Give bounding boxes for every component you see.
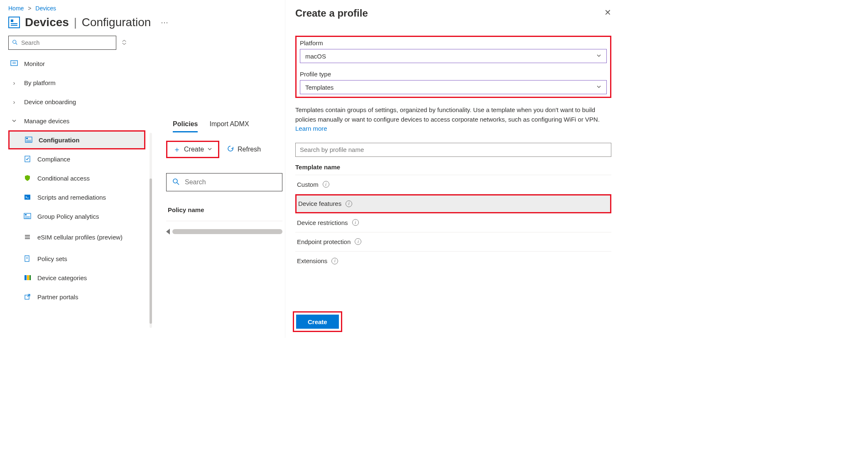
tab-import-admx[interactable]: Import ADMX (209, 120, 249, 132)
chevron-down-icon (596, 84, 601, 90)
create-button[interactable]: ＋ Create (166, 141, 219, 158)
policy-sets-icon (23, 255, 32, 262)
template-row-endpoint-protection[interactable]: Endpoint protection i (295, 232, 611, 252)
external-link-icon (23, 293, 32, 300)
platform-label: Platform (300, 39, 607, 46)
svg-line-28 (177, 183, 179, 185)
analytics-icon (23, 213, 32, 220)
sidebar-search[interactable] (8, 36, 116, 50)
sidebar-item-label: Partner portals (37, 293, 78, 300)
description-text: Templates contain groups of settings, or… (295, 106, 600, 123)
compliance-icon (23, 155, 32, 163)
sidebar-item-by-platform[interactable]: › By platform (8, 73, 145, 92)
sidebar-scrollbar[interactable] (150, 133, 152, 328)
scroll-left-icon[interactable] (166, 229, 170, 234)
platform-profile-group: Platform macOS Profile type Templates (295, 36, 611, 98)
svg-line-1 (16, 43, 17, 44)
monitor-icon (10, 60, 18, 67)
sidebar-item-device-categories[interactable]: Device categories (8, 268, 145, 287)
chevron-right-icon: › (10, 98, 18, 105)
sidebar-item-compliance[interactable]: Compliance (8, 149, 145, 169)
devices-icon (8, 17, 20, 28)
sidebar-item-label: By platform (24, 79, 56, 86)
info-icon[interactable]: i (346, 200, 352, 207)
info-icon[interactable]: i (355, 238, 361, 245)
create-label: Create (184, 146, 204, 153)
toolbar: ＋ Create Refresh (166, 132, 282, 165)
svg-rect-23 (27, 275, 29, 280)
breadcrumb-home[interactable]: Home (8, 5, 24, 12)
sidebar-item-conditional-access[interactable]: Conditional access (8, 169, 145, 188)
svg-rect-6 (26, 138, 28, 139)
create-profile-panel: Create a profile ✕ Platform macOS Profil… (285, 0, 625, 338)
sidebar-item-gp-analytics[interactable]: Group Policy analytics (8, 207, 145, 226)
sidebar-item-label: Group Policy analytics (37, 213, 99, 220)
sidebar-item-label: Monitor (24, 60, 45, 67)
main-content: Policies Import ADMX ＋ Create Refresh (166, 110, 282, 234)
sidebar-item-monitor[interactable]: Monitor (8, 54, 145, 73)
create-profile-button[interactable]: Create (296, 315, 339, 329)
sidebar-item-policy-sets[interactable]: Policy sets (8, 249, 145, 268)
profile-type-select[interactable]: Templates (300, 80, 607, 94)
template-search[interactable] (295, 143, 611, 157)
sidebar-item-manage-devices[interactable]: Manage devices (8, 111, 145, 130)
refresh-button[interactable]: Refresh (227, 145, 261, 154)
sidebar-item-configuration[interactable]: Configuration (8, 130, 145, 149)
page-title: Devices (25, 16, 69, 29)
policy-search-input[interactable] (185, 178, 276, 186)
more-actions-button[interactable]: ⋯ (161, 18, 168, 27)
shield-icon (23, 174, 32, 182)
sidebar-item-device-onboarding[interactable]: › Device onboarding (8, 92, 145, 111)
info-icon[interactable]: i (331, 258, 338, 264)
column-header-policy-name[interactable]: Policy name (166, 206, 282, 221)
search-icon (12, 39, 18, 46)
svg-line-26 (27, 294, 30, 297)
tab-policies[interactable]: Policies (173, 120, 198, 132)
sidebar-item-label: Manage devices (24, 117, 69, 125)
breadcrumb-devices[interactable]: Devices (35, 5, 56, 12)
sidebar-item-esim[interactable]: eSIM cellular profiles (preview) (8, 226, 145, 249)
panel-footer: Create (293, 311, 342, 332)
sidebar-item-label: Device onboarding (24, 98, 76, 105)
svg-rect-22 (25, 275, 27, 280)
sidebar-item-label: Policy sets (37, 255, 67, 262)
chevron-down-icon (596, 53, 601, 59)
template-name: Endpoint protection (297, 238, 351, 245)
refresh-icon (227, 145, 234, 154)
template-row-custom[interactable]: Custom i (295, 175, 611, 194)
esim-icon (23, 234, 32, 241)
sidebar-search-input[interactable] (21, 39, 113, 46)
info-icon[interactable]: i (352, 219, 359, 226)
scripts-icon (23, 193, 32, 201)
template-name: Extensions (297, 257, 327, 264)
svg-rect-13 (25, 214, 27, 215)
learn-more-link[interactable]: Learn more (295, 125, 327, 132)
horizontal-scrollbar[interactable] (166, 229, 282, 234)
template-search-input[interactable] (300, 143, 607, 156)
sort-icon[interactable] (121, 39, 127, 46)
sidebar-item-partner-portals[interactable]: Partner portals (8, 287, 145, 306)
policy-search[interactable] (166, 173, 282, 191)
sidebar-item-label: eSIM cellular profiles (preview) (37, 233, 123, 242)
sidebar-item-label: Compliance (37, 156, 70, 163)
chevron-down-icon (207, 147, 212, 153)
tab-bar: Policies Import ADMX (166, 110, 282, 132)
template-row-device-restrictions[interactable]: Device restrictions i (295, 213, 611, 232)
scrollbar-thumb[interactable] (150, 178, 152, 324)
sidebar: Monitor › By platform › Device onboardin… (0, 54, 145, 306)
platform-select[interactable]: macOS (300, 49, 607, 63)
svg-rect-2 (11, 61, 17, 66)
sidebar-item-label: Scripts and remediations (37, 194, 106, 201)
template-row-device-features[interactable]: Device features i (295, 194, 611, 213)
sidebar-item-scripts[interactable]: Scripts and remediations (8, 188, 145, 207)
template-column-header: Template name (295, 164, 611, 175)
template-description: Templates contain groups of settings, or… (295, 105, 611, 134)
info-icon[interactable]: i (323, 181, 329, 188)
svg-point-27 (173, 179, 177, 183)
close-panel-button[interactable]: ✕ (604, 7, 611, 17)
template-row-extensions[interactable]: Extensions i (295, 252, 611, 271)
scrollbar-thumb[interactable] (172, 229, 282, 234)
svg-point-0 (13, 40, 16, 43)
profile-type-label: Profile type (300, 71, 607, 78)
svg-rect-10 (25, 195, 30, 200)
